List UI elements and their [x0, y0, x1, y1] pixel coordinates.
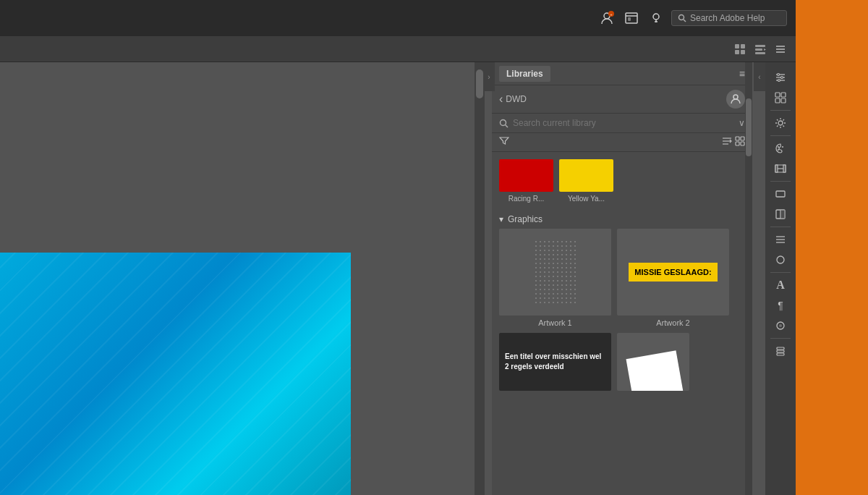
circle-panel-icon[interactable] [769, 250, 792, 269]
svg-line-24 [506, 124, 509, 127]
sun-panel-icon[interactable] [769, 114, 792, 132]
panel-menu-icon[interactable]: ≡ [739, 68, 745, 80]
svg-point-22 [733, 95, 738, 99]
palette-panel-icon[interactable] [769, 139, 792, 158]
svg-line-49 [783, 119, 785, 121]
text-panel-icon[interactable]: A [769, 276, 792, 295]
artwork1-content [499, 229, 611, 316]
para-icon-label: ¶ [778, 300, 783, 311]
scroll-thumb[interactable] [476, 69, 483, 98]
swatches-section: Racing R... Yellow Ya... [492, 152, 752, 210]
user-icon[interactable]: + [597, 9, 616, 28]
list-item[interactable] [617, 333, 689, 391]
separator [770, 227, 791, 227]
swatch-color-1 [499, 159, 553, 192]
search-bar: ∨ [492, 114, 752, 133]
missie-badge: MISSIE GESLAAGD: [629, 263, 717, 282]
grid-toolbar-icon[interactable] [732, 41, 748, 57]
view-icons-group [722, 136, 745, 148]
layer-panel-icon[interactable] [769, 205, 792, 224]
search-dropdown-icon[interactable]: ∨ [739, 118, 745, 128]
svg-rect-39 [781, 93, 786, 97]
separator [770, 272, 791, 273]
svg-rect-69 [777, 350, 784, 352]
search-help-input[interactable]: Search Adobe Help [671, 10, 787, 26]
list-toolbar-icon[interactable] [773, 41, 788, 57]
artwork-thumb-1 [499, 229, 611, 316]
shape-panel-icon[interactable] [769, 185, 792, 203]
svg-point-53 [778, 149, 779, 151]
text-artwork-content: Een titel over misschien wel 2 regels ve… [499, 333, 611, 391]
svg-line-47 [777, 119, 778, 121]
svg-rect-28 [736, 137, 739, 140]
svg-point-65 [777, 256, 784, 263]
svg-point-37 [778, 80, 780, 82]
list-item[interactable]: Artwork 1 [499, 229, 611, 327]
svg-rect-38 [775, 93, 780, 97]
stack-panel-icon[interactable] [769, 342, 792, 360]
browser-icon[interactable] [622, 9, 641, 28]
lines-panel-icon[interactable] [769, 230, 792, 249]
svg-rect-16 [755, 48, 762, 51]
right-icons-panel: A ¶ [765, 62, 796, 495]
artwork-thumb-2: MISSIE GESLAAGD: [617, 229, 729, 316]
svg-line-50 [777, 126, 778, 127]
graphics-section-header[interactable]: ▾ Graphics [499, 210, 745, 229]
svg-point-51 [778, 146, 779, 148]
swatch-item[interactable]: Racing R... [499, 159, 553, 203]
search-library-input[interactable] [513, 118, 734, 128]
swatch-item-2[interactable]: Yellow Ya... [559, 159, 613, 203]
svg-point-6 [653, 14, 659, 20]
nav-back-button[interactable]: ‹ DWD [499, 93, 527, 106]
filter-settings-icon[interactable] [769, 68, 792, 87]
swatch-label-2: Yellow Ya... [568, 195, 605, 203]
svg-rect-55 [775, 165, 778, 172]
separator [770, 110, 791, 111]
panel-scrollbar[interactable] [745, 62, 752, 495]
canvas-scrollbar[interactable] [475, 62, 485, 495]
artwork-thumb-4 [617, 333, 689, 391]
svg-rect-13 [735, 50, 739, 54]
list-item[interactable]: Een titel over misschien wel 2 regels ve… [499, 333, 611, 391]
oval-panel-icon[interactable] [769, 316, 792, 335]
top-bar: + Search Adobe Help [0, 0, 796, 36]
filter-icon[interactable] [499, 136, 509, 148]
section-label: Graphics [508, 214, 542, 224]
grid-panel-icon[interactable] [769, 88, 792, 107]
artwork-thumb-3: Een titel over misschien wel 2 regels ve… [499, 333, 611, 391]
svg-rect-30 [736, 142, 739, 145]
artwork-grid: Artwork 1 MISSIE GESLAAGD: Artwork 2 [499, 229, 745, 398]
artwork2-content: MISSIE GESLAAGD: [617, 229, 729, 316]
svg-rect-68 [777, 347, 784, 350]
section-collapse-icon: ▾ [499, 214, 503, 224]
artwork-label-2: Artwork 2 [656, 318, 689, 327]
back-icon: ‹ [499, 93, 503, 106]
white-shape [626, 350, 684, 391]
filter-bar [492, 133, 752, 152]
svg-line-48 [783, 126, 785, 127]
separator [770, 135, 791, 136]
sort-view-icon[interactable] [722, 136, 732, 148]
separator [770, 181, 791, 182]
list-item[interactable]: MISSIE GESLAAGD: Artwork 2 [617, 229, 729, 327]
svg-rect-70 [777, 353, 784, 355]
swatch-label-1: Racing R... [509, 195, 544, 203]
arrange-toolbar-icon[interactable] [752, 41, 768, 57]
second-toolbar [0, 36, 796, 62]
grid-view-icon[interactable] [735, 136, 745, 148]
collapse-left-arrow[interactable]: › [483, 62, 495, 91]
collapse-right-arrow[interactable]: ‹ [754, 62, 765, 91]
svg-point-42 [778, 121, 783, 125]
search-help-label: Search Adobe Help [690, 13, 765, 23]
para-panel-icon[interactable]: ¶ [769, 296, 792, 315]
lightbulb-icon[interactable] [647, 9, 665, 28]
panel-scroll-thumb[interactable] [746, 98, 752, 156]
film-panel-icon[interactable] [769, 159, 792, 178]
svg-rect-15 [755, 45, 765, 47]
nav-user-icon[interactable] [726, 90, 745, 109]
graphics-section: ▾ Graphics Artwork 1 [492, 210, 752, 495]
svg-rect-14 [741, 50, 745, 54]
canvas-area [0, 62, 485, 495]
svg-point-67 [779, 324, 782, 327]
svg-point-35 [778, 74, 780, 76]
